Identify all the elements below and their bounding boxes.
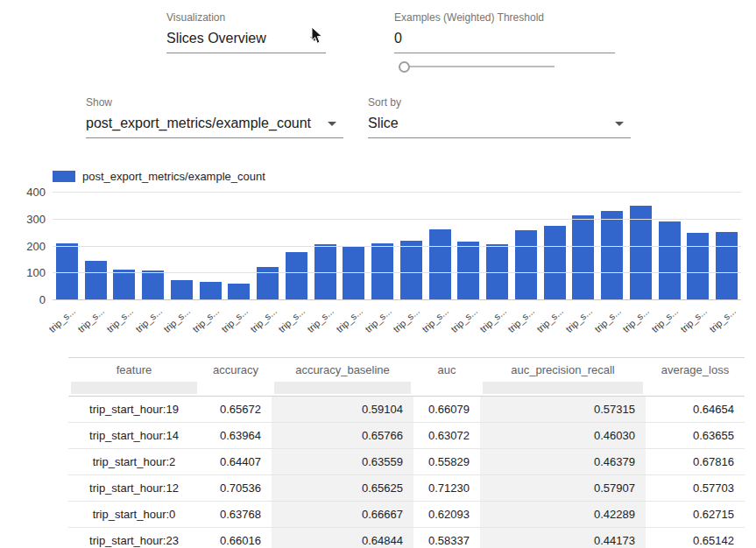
caret-down-icon[interactable]: [615, 122, 624, 126]
x-axis-label: trip_s...: [162, 306, 193, 334]
chart-legend: post_export_metrics/example_count: [53, 170, 265, 183]
table-row[interactable]: trip_start_hour:230.660160.648440.583370…: [68, 528, 745, 548]
slider-knob[interactable]: [399, 61, 410, 73]
table-cell: trip_start_hour:23: [68, 528, 200, 548]
table-cell: 0.57907: [480, 475, 646, 501]
slider-track[interactable]: [402, 66, 555, 67]
bar[interactable]: [687, 233, 709, 300]
table-header-accuracy_baseline[interactable]: accuracy_baseline: [272, 358, 413, 381]
bar[interactable]: [286, 252, 307, 300]
threshold-slider[interactable]: [399, 60, 555, 73]
bar[interactable]: [171, 280, 193, 300]
column-filter-input[interactable]: [483, 382, 643, 394]
y-axis-label: 100: [12, 266, 46, 279]
table-header-row: featureaccuracyaccuracy_baselineaucauc_p…: [68, 357, 745, 381]
table-cell: trip_start_hour:12: [68, 475, 200, 501]
bar[interactable]: [457, 242, 479, 300]
bar[interactable]: [228, 284, 250, 300]
bar[interactable]: [601, 211, 623, 300]
bar[interactable]: [659, 221, 681, 300]
y-axis-label: 0: [12, 293, 46, 306]
bar-series: [53, 193, 741, 300]
table-cell: 0.63072: [413, 423, 480, 448]
table-header-feature[interactable]: feature: [68, 358, 200, 381]
table-header-auc[interactable]: auc: [413, 358, 480, 381]
table-cell: 0.59104: [272, 397, 413, 422]
table-cell: 0.67816: [646, 449, 745, 474]
sort-by-value[interactable]: Slice: [368, 111, 631, 138]
table-cell: 0.57315: [480, 397, 646, 422]
table-cell: 0.65142: [646, 528, 745, 548]
x-axis-label: trip_s...: [392, 306, 422, 334]
table-cell: 0.66016: [200, 528, 272, 548]
bar[interactable]: [142, 270, 164, 300]
filter-cell: [68, 381, 200, 396]
x-axis-label: trip_s...: [75, 306, 106, 334]
column-filter-input[interactable]: [274, 382, 411, 394]
sort-by-label: Sort by: [368, 96, 631, 109]
filter-cell: [480, 381, 646, 396]
x-axis-label: trip_s...: [248, 306, 279, 334]
bar[interactable]: [200, 282, 222, 300]
x-axis-label: trip_s...: [277, 306, 307, 334]
x-axis-label: trip_s...: [621, 306, 652, 334]
table-cell: 0.64844: [272, 528, 413, 548]
table-header-accuracy[interactable]: accuracy: [200, 358, 272, 381]
table-cell: trip_start_hour:14: [68, 423, 200, 448]
threshold-label: Examples (Weighted) Threshold: [394, 11, 615, 24]
bar[interactable]: [544, 226, 566, 300]
table-cell: 0.70536: [200, 475, 272, 501]
x-axis-label: trip_s...: [305, 306, 336, 334]
x-axis-label: trip_s...: [420, 306, 450, 334]
table-row[interactable]: trip_start_hour:00.637680.666670.620930.…: [68, 502, 745, 528]
show-value[interactable]: post_export_metrics/example_count: [86, 111, 343, 138]
bar[interactable]: [429, 229, 451, 300]
table-row[interactable]: trip_start_hour:120.705360.656250.712300…: [68, 475, 745, 502]
visualization-value[interactable]: Slices Overview: [166, 26, 326, 53]
bar[interactable]: [572, 215, 594, 300]
caret-down-icon[interactable]: [310, 37, 319, 41]
table-row[interactable]: trip_start_hour:20.644070.635590.558290.…: [68, 449, 745, 475]
gridline: [53, 192, 741, 193]
bar[interactable]: [716, 232, 738, 300]
threshold-input[interactable]: 0: [394, 26, 615, 53]
y-axis-label: 400: [12, 186, 46, 199]
gridline: [53, 299, 741, 300]
bar[interactable]: [515, 230, 537, 300]
table-row[interactable]: trip_start_hour:140.639640.657660.630720…: [68, 423, 745, 449]
filter-cell: [200, 381, 272, 396]
y-axis-label: 200: [12, 240, 46, 253]
caret-down-icon[interactable]: [328, 122, 336, 126]
table-cell: 0.65672: [200, 397, 272, 422]
filter-cell: [646, 381, 745, 396]
bar[interactable]: [630, 206, 652, 300]
show-selected-option: post_export_metrics/example_count: [86, 116, 311, 131]
table-cell: 0.44173: [480, 528, 646, 548]
x-axis-label: trip_s...: [190, 306, 221, 334]
table-cell: 0.66079: [413, 397, 480, 422]
x-axis-label: trip_s...: [334, 306, 364, 334]
show-select[interactable]: Show post_export_metrics/example_count: [86, 96, 343, 138]
x-axis-label: trip_s...: [678, 306, 709, 334]
visualization-label: Visualization: [166, 11, 326, 24]
table-row[interactable]: trip_start_hour:190.656720.591040.660790…: [68, 397, 745, 423]
table-cell: 0.57703: [646, 475, 745, 501]
x-axis-label: trip_s...: [592, 306, 623, 334]
table-cell: 0.63768: [200, 502, 272, 527]
table-cell: trip_start_hour:0: [68, 502, 200, 527]
table-cell: trip_start_hour:2: [68, 449, 200, 474]
table-cell: 0.65766: [272, 423, 413, 448]
visualization-select[interactable]: Visualization Slices Overview: [166, 11, 326, 53]
gridline: [53, 246, 741, 247]
bar[interactable]: [113, 270, 135, 300]
x-axis-label: trip_s...: [563, 306, 594, 334]
table-cell: 0.46379: [480, 449, 646, 474]
table-filter-row: [68, 381, 745, 397]
bar[interactable]: [85, 261, 107, 300]
table-header-average_loss[interactable]: average_loss: [646, 358, 745, 381]
table-header-auc_precision_recall[interactable]: auc_precision_recall: [480, 358, 646, 381]
column-filter-input[interactable]: [71, 382, 197, 394]
table-cell: 0.62093: [413, 502, 480, 527]
bar[interactable]: [400, 241, 422, 300]
sort-by-select[interactable]: Sort by Slice: [368, 96, 631, 138]
